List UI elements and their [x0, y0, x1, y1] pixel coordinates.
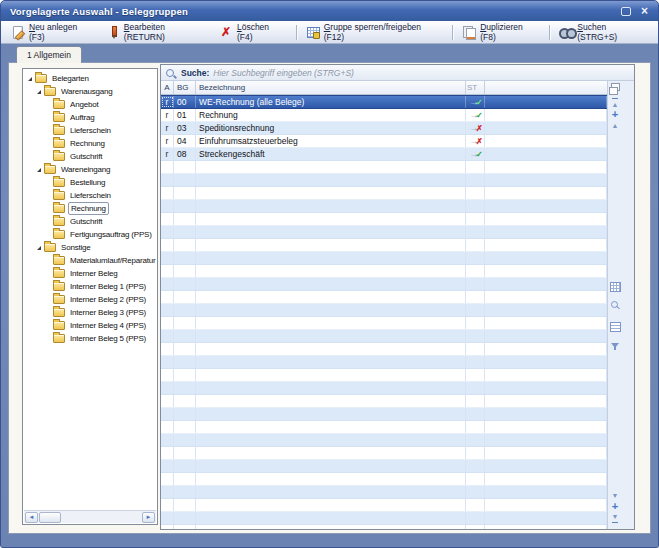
table-row-empty[interactable]	[161, 291, 607, 304]
tree-expanded-icon[interactable]	[36, 88, 44, 96]
scrollbar-thumb[interactable]	[39, 512, 61, 523]
toolbar-button-label: Bearbeiten (RETURN)	[124, 22, 208, 42]
table-row-empty[interactable]	[161, 434, 607, 447]
tree-item-lieferschein[interactable]: Lieferschein	[24, 124, 156, 137]
table-row-empty[interactable]	[161, 512, 607, 525]
table-row-empty[interactable]	[161, 252, 607, 265]
scroll-up-icon[interactable]	[609, 120, 621, 131]
tree-item-gutschrift[interactable]: Gutschrift	[24, 215, 156, 228]
tree-item-interner-beleg-3-pps[interactable]: Interner Beleg 3 (PPS)	[24, 306, 156, 319]
table-row-empty[interactable]	[161, 421, 607, 434]
table-row[interactable]: r01Rechnung	[161, 109, 607, 122]
tree-item-fertigungsauftrag-pps[interactable]: Fertigungsauftrag (PPS)	[24, 228, 156, 241]
title-bar[interactable]: Vorgelagerte Auswahl - Beleggruppen	[1, 1, 658, 21]
tree-item-interner-beleg-4-pps[interactable]: Interner Beleg 4 (PPS)	[24, 319, 156, 332]
cell-bg: 08	[174, 148, 196, 160]
tree-item-materialumlauf-reparatur[interactable]: Materialumlauf/Reparatur	[24, 254, 156, 267]
tree-item-warenausgang[interactable]: Warenausgang	[24, 85, 156, 98]
tree-item-belegarten[interactable]: Belegarten	[24, 72, 156, 85]
toolbar-button-loeschen[interactable]: Löschen (F4)	[214, 20, 292, 44]
table-row-empty[interactable]	[161, 408, 607, 421]
append-record-icon[interactable]	[609, 501, 621, 512]
toolbar-button-suchen[interactable]: Suchen (STRG+S)	[554, 20, 653, 44]
tree-expanded-icon[interactable]	[36, 166, 44, 174]
tree-item-auftrag[interactable]: Auftrag	[24, 111, 156, 124]
table-row[interactable]: r04Einfuhrumsatzsteuerbeleg	[161, 135, 607, 148]
cell-status	[466, 369, 485, 381]
tab-allgemein[interactable]: 1 Allgemein	[16, 46, 82, 63]
cell-status	[466, 343, 485, 355]
tree-item-interner-beleg[interactable]: Interner Beleg	[24, 267, 156, 280]
cell-filler	[485, 486, 607, 498]
columns-chooser-icon[interactable]	[609, 83, 621, 95]
table-row-empty[interactable]	[161, 473, 607, 486]
tree-item-interner-beleg-2-pps[interactable]: Interner Beleg 2 (PPS)	[24, 293, 156, 306]
record-list-icon[interactable]	[609, 321, 621, 332]
tree-expanded-icon[interactable]	[27, 75, 35, 83]
tree-item-gutschrift[interactable]: Gutschrift	[24, 150, 156, 163]
cell-status	[466, 460, 485, 472]
column-header-st[interactable]: ST	[466, 81, 485, 94]
table-row-empty[interactable]	[161, 265, 607, 278]
table-row[interactable]: r00WE-Rechnung (alle Belege)	[161, 95, 607, 109]
table-search-bar[interactable]: Suche: Hier Suchbegriff eingeben (STRG+S…	[161, 65, 634, 81]
cell-bg	[174, 447, 196, 459]
column-header-bezeichnung[interactable]: Bezeichnung	[196, 81, 466, 94]
tree-item-wareneingang[interactable]: Wareneingang	[24, 163, 156, 176]
tree-item-rechnung[interactable]: Rechnung	[24, 202, 156, 215]
tree-indent	[45, 114, 53, 122]
table-row-empty[interactable]	[161, 343, 607, 356]
tree-item-rechnung[interactable]: Rechnung	[24, 137, 156, 150]
table-row-empty[interactable]	[161, 330, 607, 343]
table-row-empty[interactable]	[161, 460, 607, 473]
toolbar-button-bearbeiten[interactable]: Bearbeiten (RETURN)	[101, 20, 213, 44]
table-row-empty[interactable]	[161, 395, 607, 408]
scroll-left-icon[interactable]	[25, 512, 38, 523]
table-row-empty[interactable]	[161, 317, 607, 330]
table-row-empty[interactable]	[161, 239, 607, 252]
scroll-to-bottom-icon[interactable]	[609, 512, 621, 523]
table-row-empty[interactable]	[161, 213, 607, 226]
filter-icon[interactable]	[609, 340, 621, 351]
tree-item-lieferschein[interactable]: Lieferschein	[24, 189, 156, 202]
tree-item-angebot[interactable]: Angebot	[24, 98, 156, 111]
table-row-empty[interactable]	[161, 525, 607, 529]
table-row-empty[interactable]	[161, 304, 607, 317]
scroll-right-icon[interactable]	[142, 512, 155, 523]
close-window-icon[interactable]	[636, 4, 653, 18]
status-check-icon	[469, 110, 481, 121]
cell-a	[161, 200, 174, 212]
tree-expanded-icon[interactable]	[36, 244, 44, 252]
tree-horizontal-scrollbar[interactable]	[24, 510, 156, 523]
table-row-empty[interactable]	[161, 187, 607, 200]
tree-item-interner-beleg-1-pps[interactable]: Interner Beleg 1 (PPS)	[24, 280, 156, 293]
cell-status	[466, 382, 485, 394]
table-row-empty[interactable]	[161, 200, 607, 213]
column-header-a[interactable]: A	[161, 81, 174, 94]
grid-settings-icon[interactable]	[609, 281, 621, 292]
cell-bg	[174, 278, 196, 290]
tree-item-interner-beleg-5-pps[interactable]: Interner Beleg 5 (PPS)	[24, 332, 156, 345]
table-row-empty[interactable]	[161, 174, 607, 187]
table-row-empty[interactable]	[161, 161, 607, 174]
toolbar-button-neu-anlegen[interactable]: Neu anlegen (F3)	[6, 20, 100, 44]
table-row-empty[interactable]	[161, 369, 607, 382]
table-row-empty[interactable]	[161, 356, 607, 369]
table-row[interactable]: r03Speditionsrechnung	[161, 122, 607, 135]
table-row-empty[interactable]	[161, 382, 607, 395]
restore-window-icon[interactable]	[617, 4, 634, 18]
tree-item-sonstige[interactable]: Sonstige	[24, 241, 156, 254]
toolbar-button-gruppe-sperren[interactable]: Gruppe sperren/freigeben (F12)	[301, 20, 448, 44]
toolbar-button-duplizieren[interactable]: Duplizieren (F8)	[457, 20, 545, 44]
column-header-bg[interactable]: BG	[174, 81, 196, 94]
search-row-icon[interactable]	[609, 300, 621, 311]
table-row-empty[interactable]	[161, 486, 607, 499]
insert-record-icon[interactable]	[609, 109, 621, 120]
table-row[interactable]: r08Streckengeschäft	[161, 148, 607, 161]
table-row-empty[interactable]	[161, 226, 607, 239]
table-row-empty[interactable]	[161, 499, 607, 512]
search-input[interactable]: Hier Suchbegriff eingeben (STRG+S)	[213, 68, 354, 78]
tree-item-bestellung[interactable]: Bestellung	[24, 176, 156, 189]
table-row-empty[interactable]	[161, 278, 607, 291]
table-row-empty[interactable]	[161, 447, 607, 460]
